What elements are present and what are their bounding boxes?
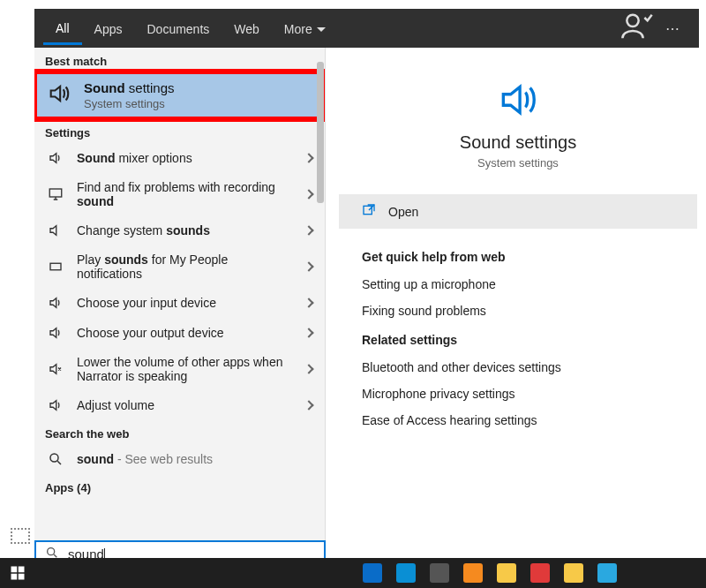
settings-result-row[interactable]: Change system sounds bbox=[34, 215, 325, 245]
help-link[interactable]: Setting up a microphone bbox=[362, 271, 674, 298]
chevron-right-icon bbox=[304, 189, 313, 199]
related-link[interactable]: Ease of Access hearing settings bbox=[362, 407, 674, 433]
speaker-icon bbox=[47, 81, 71, 109]
web-result-text: sound - See web results bbox=[77, 452, 312, 466]
result-text: Change system sounds bbox=[77, 223, 293, 237]
result-text: Lower the volume of other apps when Narr… bbox=[77, 355, 293, 383]
web-result-row[interactable]: sound - See web results bbox=[34, 444, 325, 474]
svg-rect-5 bbox=[364, 206, 372, 214]
preview-title: Sound settings bbox=[339, 132, 697, 153]
feedback-icon[interactable] bbox=[620, 9, 655, 48]
tab-all[interactable]: All bbox=[43, 12, 82, 45]
taskbar-app-icon[interactable] bbox=[563, 562, 584, 584]
chevron-right-icon bbox=[304, 364, 313, 373]
taskbar-app-icon[interactable] bbox=[530, 562, 551, 584]
open-action[interactable]: Open bbox=[339, 194, 697, 229]
section-apps: Apps (4) bbox=[34, 474, 325, 498]
background-window-fragment bbox=[11, 528, 30, 544]
section-settings: Settings bbox=[34, 119, 325, 143]
search-icon bbox=[47, 451, 64, 467]
speaker-icon bbox=[47, 150, 64, 166]
svg-point-4 bbox=[48, 548, 55, 555]
tab-more-label: More bbox=[284, 22, 312, 36]
related-link[interactable]: Microphone privacy settings bbox=[362, 381, 674, 407]
result-text: Find and fix problems with recording sou… bbox=[77, 180, 293, 208]
speaker-icon bbox=[47, 325, 64, 341]
svg-rect-1 bbox=[49, 189, 62, 197]
settings-result-row[interactable]: Play sounds for My People notifications bbox=[34, 245, 325, 288]
best-match-subtitle: System settings bbox=[84, 97, 175, 110]
chevron-right-icon bbox=[304, 328, 313, 337]
best-match-result[interactable]: Sound settings System settings bbox=[34, 72, 325, 119]
svg-rect-7 bbox=[19, 567, 25, 573]
taskbar-app-icon[interactable] bbox=[429, 562, 450, 584]
section-best-match: Best match bbox=[34, 48, 325, 72]
quick-help-header: Get quick help from web bbox=[362, 250, 674, 264]
svg-point-3 bbox=[50, 454, 58, 462]
settings-result-row[interactable]: Choose your output device bbox=[34, 318, 325, 348]
result-text: Sound mixer options bbox=[77, 151, 293, 165]
rect-icon bbox=[47, 259, 64, 275]
result-text: Choose your output device bbox=[77, 326, 293, 340]
chevron-right-icon bbox=[304, 298, 313, 307]
chevron-down-icon bbox=[317, 27, 326, 32]
settings-result-row[interactable]: Sound mixer options bbox=[34, 143, 325, 173]
help-link[interactable]: Fixing sound problems bbox=[362, 298, 674, 324]
lower-icon bbox=[47, 361, 64, 377]
section-search-web: Search the web bbox=[34, 420, 325, 444]
open-label: Open bbox=[388, 205, 418, 219]
scrollbar[interactable] bbox=[314, 55, 325, 496]
chevron-right-icon bbox=[304, 153, 313, 162]
best-match-title: Sound settings bbox=[84, 80, 175, 95]
svg-rect-6 bbox=[11, 567, 18, 573]
tab-apps[interactable]: Apps bbox=[82, 13, 135, 43]
settings-result-row[interactable]: Adjust volume bbox=[34, 390, 325, 420]
related-link[interactable]: Bluetooth and other devices settings bbox=[362, 354, 674, 381]
taskbar-app-icon[interactable] bbox=[496, 562, 517, 584]
taskbar-app-icon[interactable] bbox=[362, 562, 383, 584]
start-button[interactable] bbox=[0, 565, 35, 581]
tab-documents[interactable]: Documents bbox=[134, 13, 222, 43]
tab-web[interactable]: Web bbox=[222, 13, 272, 43]
svg-rect-9 bbox=[19, 574, 25, 580]
mute-icon bbox=[47, 222, 64, 238]
taskbar-app-icon[interactable] bbox=[462, 562, 484, 584]
chevron-right-icon bbox=[304, 261, 313, 271]
preview-subtitle: System settings bbox=[339, 156, 697, 170]
settings-result-row[interactable]: Find and fix problems with recording sou… bbox=[34, 173, 325, 215]
speaker-icon bbox=[47, 397, 64, 413]
svg-rect-8 bbox=[11, 574, 18, 580]
open-icon bbox=[362, 203, 376, 220]
more-options-icon[interactable]: ⋯ bbox=[655, 20, 690, 37]
result-text: Play sounds for My People notifications bbox=[77, 253, 293, 281]
monitor-icon bbox=[47, 186, 64, 202]
settings-result-row[interactable]: Choose your input device bbox=[34, 288, 325, 318]
svg-point-0 bbox=[627, 15, 638, 26]
preview-pane: Sound settings System settings Open Get … bbox=[339, 53, 697, 535]
result-text: Choose your input device bbox=[77, 296, 293, 310]
search-results-panel: Best match Sound settings System setting… bbox=[34, 48, 326, 548]
speaker-icon bbox=[47, 295, 64, 311]
related-header: Related settings bbox=[362, 333, 674, 347]
scrollbar-thumb[interactable] bbox=[317, 62, 324, 203]
svg-rect-2 bbox=[50, 263, 61, 270]
result-text: Adjust volume bbox=[77, 398, 293, 412]
chevron-right-icon bbox=[304, 225, 313, 235]
settings-result-row[interactable]: Lower the volume of other apps when Narr… bbox=[34, 348, 325, 390]
tab-more[interactable]: More bbox=[272, 13, 338, 43]
taskbar bbox=[0, 558, 706, 588]
speaker-icon bbox=[339, 78, 697, 122]
taskbar-app-icon[interactable] bbox=[395, 562, 417, 584]
search-filter-bar: All Apps Documents Web More ⋯ bbox=[34, 9, 699, 48]
taskbar-app-icon[interactable] bbox=[597, 562, 618, 584]
chevron-right-icon bbox=[304, 400, 313, 410]
